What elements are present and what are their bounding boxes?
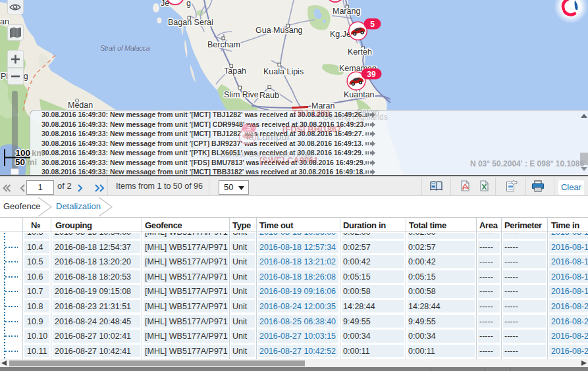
svg-text:39: 39 [367,70,376,79]
svg-text:Raub: Raub [259,91,279,100]
svg-text:mi: mi [27,157,37,167]
svg-text:g: g [186,0,191,8]
svg-text:Bagan Serai: Bagan Serai [168,18,213,27]
svg-text:Tapah: Tapah [224,66,246,76]
svg-text:50: 50 [15,157,25,167]
svg-text:Medan: Medan [68,101,93,110]
svg-text:Bercham: Bercham [207,40,240,49]
svg-text:5: 5 [370,20,375,29]
svg-text:km: km [32,149,44,158]
svg-text:Kuantan: Kuantan [344,90,375,99]
svg-text:100: 100 [15,149,30,158]
svg-text:Slim River: Slim River [224,90,261,99]
svg-text:Maran: Maran [311,101,334,111]
svg-text:Kerteh: Kerteh [348,47,372,57]
svg-text:Strait of Malacca: Strait of Malacca [100,44,149,52]
svg-text:Gua Musang: Gua Musang [255,26,303,35]
svg-text:Marang: Marang [333,7,360,16]
svg-text:Kuala Lipis: Kuala Lipis [263,67,304,76]
